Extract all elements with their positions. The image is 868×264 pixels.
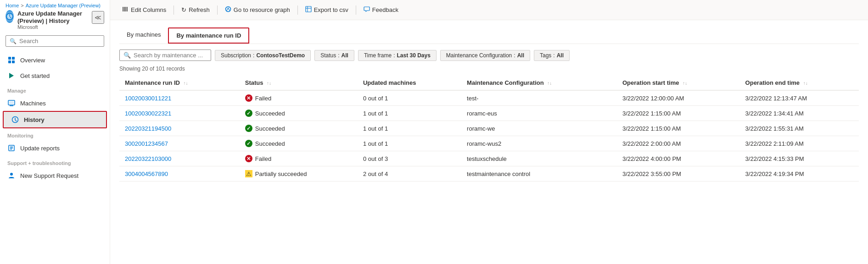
- table-row: 3004004567890 ⚠Partially succeeded 2 out…: [119, 166, 859, 182]
- status-text: Failed: [255, 155, 271, 162]
- sidebar-item-new-support[interactable]: New Support Request: [0, 168, 110, 183]
- maintenance-config-filter[interactable]: Maintenance Configuration : All: [440, 50, 530, 61]
- timeframe-sep: :: [393, 52, 395, 59]
- cell-operation-end: 3/22/2022 12:13:47 AM: [740, 90, 859, 106]
- cell-status: ✓Succeeded: [240, 106, 358, 121]
- sidebar-item-get-started[interactable]: Get started: [0, 68, 110, 83]
- sidebar-item-history-label: History: [24, 116, 45, 123]
- timeframe-value: Last 30 Days: [397, 52, 430, 59]
- col-header-operation-start[interactable]: Operation start time ↑↓: [617, 76, 740, 90]
- subscription-value: ContosoTestDemo: [256, 52, 305, 59]
- cell-maintenance-config: roramc-we: [461, 121, 617, 136]
- maintenance-run-id-link[interactable]: 3002001234567: [125, 140, 168, 147]
- status-filter[interactable]: Status : All: [314, 50, 354, 61]
- col-header-maintenance-config[interactable]: Maintenance Configuration ↑↓: [461, 76, 617, 90]
- edit-columns-button[interactable]: Edit Columns: [118, 4, 171, 16]
- status-failed-icon: ✕: [245, 94, 252, 102]
- tab-by-machines-label: By machines: [127, 31, 161, 38]
- maintenance-search-input[interactable]: [134, 52, 207, 59]
- col-header-maintenance-run-id[interactable]: Maintenance run ID ↑↓: [119, 76, 240, 90]
- content-area: By machines By maintenance run ID 🔍 Subs…: [110, 20, 868, 264]
- sidebar-item-get-started-label: Get started: [20, 72, 50, 79]
- sort-icon-operation-start[interactable]: ↑↓: [683, 81, 687, 86]
- cell-operation-start: 3/22/2022 3:55:00 PM: [617, 166, 740, 182]
- cell-updated-machines: 0 out of 1: [358, 90, 461, 106]
- svg-point-14: [10, 173, 13, 176]
- filter-search-icon: 🔍: [123, 52, 131, 59]
- col-header-status[interactable]: Status ↑↓: [240, 76, 358, 90]
- tabs: By machines By maintenance run ID: [119, 28, 859, 44]
- maintenance-run-id-link[interactable]: 20220321194500: [125, 125, 171, 132]
- col-header-operation-end[interactable]: Operation end time ↑↓: [740, 76, 859, 90]
- search-icon: 🔍: [10, 38, 17, 44]
- sidebar-item-update-reports[interactable]: Update reports: [0, 140, 110, 156]
- sidebar-item-overview[interactable]: Overview: [0, 52, 110, 68]
- cell-updated-machines: 1 out of 1: [358, 121, 461, 136]
- col-label-maintenance-run-id: Maintenance run ID: [125, 79, 180, 86]
- main-content: Edit Columns ↻ Refresh Go to resource gr…: [110, 0, 868, 264]
- export-csv-label: Export to csv: [314, 6, 348, 13]
- cell-maintenance-config: test-: [461, 90, 617, 106]
- maintenance-run-id-link[interactable]: 3004004567890: [125, 170, 168, 177]
- col-label-maintenance-config: Maintenance Configuration: [467, 79, 544, 86]
- timeframe-filter[interactable]: Time frame : Last 30 Days: [358, 50, 437, 61]
- sort-icon-status[interactable]: ↑↓: [267, 81, 271, 86]
- cell-maintenance-config: testuxschedule: [461, 151, 617, 166]
- sort-icon-maintenance-config[interactable]: ↑↓: [547, 81, 552, 86]
- cell-status: ✕Failed: [240, 90, 358, 106]
- tags-filter[interactable]: Tags : All: [534, 50, 570, 61]
- sidebar-collapse-button[interactable]: ≪: [92, 11, 104, 24]
- tab-by-machines[interactable]: By machines: [119, 28, 168, 44]
- maintenance-run-id-link[interactable]: 10020030011221: [125, 95, 171, 102]
- tags-value: All: [557, 52, 564, 59]
- refresh-icon: ↻: [181, 6, 186, 13]
- sidebar-item-machines[interactable]: Machines: [0, 95, 110, 111]
- go-to-resource-graph-button[interactable]: Go to resource graph: [220, 4, 295, 16]
- sidebar-search-box[interactable]: 🔍: [6, 35, 104, 47]
- manage-section-label: Manage: [0, 83, 110, 95]
- sidebar-item-overview-label: Overview: [20, 57, 45, 64]
- app-title: Azure Update Manager (Preview) | History: [17, 10, 88, 24]
- cell-operation-end: 3/22/2022 2:11:09 AM: [740, 136, 859, 151]
- maintenance-run-id-link[interactable]: 20220322103000: [125, 155, 171, 162]
- toolbar-sep-2: [217, 6, 218, 15]
- status-text: Succeeded: [255, 110, 285, 117]
- machines-icon: [7, 99, 16, 107]
- sidebar-item-history[interactable]: History: [4, 112, 106, 127]
- col-header-updated-machines: Updated machines: [358, 76, 461, 90]
- feedback-icon: [364, 6, 370, 14]
- breadcrumb-home[interactable]: Home: [6, 3, 19, 8]
- col-label-operation-end: Operation end time: [745, 79, 800, 86]
- status-text: Partially succeeded: [255, 170, 307, 177]
- subscription-filter[interactable]: Subscription : ContosoTestDemo: [215, 50, 311, 61]
- status-succeeded-icon: ✓: [245, 125, 252, 132]
- tags-label: Tags: [540, 52, 551, 59]
- cell-operation-start: 3/22/2022 1:15:00 AM: [617, 106, 740, 121]
- cell-maintenance-config: testmaintenance control: [461, 166, 617, 182]
- sort-icon-maintenance-run-id[interactable]: ↑↓: [184, 81, 188, 86]
- maintenance-search-box[interactable]: 🔍: [119, 50, 211, 61]
- sidebar-search-input[interactable]: [19, 38, 100, 44]
- cell-maintenance-config: roramc-wus2: [461, 136, 617, 151]
- cell-maintenance-run-id: 20220322103000: [119, 151, 240, 166]
- subscription-sep: :: [253, 52, 254, 59]
- cell-status: ✓Succeeded: [240, 136, 358, 151]
- cell-operation-end: 3/22/2022 4:19:34 PM: [740, 166, 859, 182]
- refresh-button[interactable]: ↻ Refresh: [177, 4, 214, 16]
- cell-status: ⚠Partially succeeded: [240, 166, 358, 182]
- svg-rect-2: [12, 57, 15, 60]
- cell-maintenance-run-id: 3004004567890: [119, 166, 240, 182]
- sidebar-item-new-support-label: New Support Request: [20, 172, 78, 179]
- subscription-label: Subscription: [221, 52, 251, 59]
- go-to-resource-graph-label: Go to resource graph: [234, 6, 290, 13]
- tab-by-maintenance[interactable]: By maintenance run ID: [168, 28, 249, 44]
- feedback-button[interactable]: Feedback: [359, 4, 403, 16]
- sort-icon-operation-end[interactable]: ↑↓: [803, 81, 808, 86]
- resource-graph-icon: [225, 6, 231, 14]
- maintenance-run-id-link[interactable]: 10020030022321: [125, 110, 171, 117]
- breadcrumb-sep: >: [21, 3, 23, 8]
- cell-operation-start: 3/22/2022 1:15:00 AM: [617, 121, 740, 136]
- status-text: Succeeded: [255, 140, 285, 147]
- export-to-csv-button[interactable]: Export to csv: [301, 4, 353, 16]
- svg-rect-7: [10, 105, 13, 106]
